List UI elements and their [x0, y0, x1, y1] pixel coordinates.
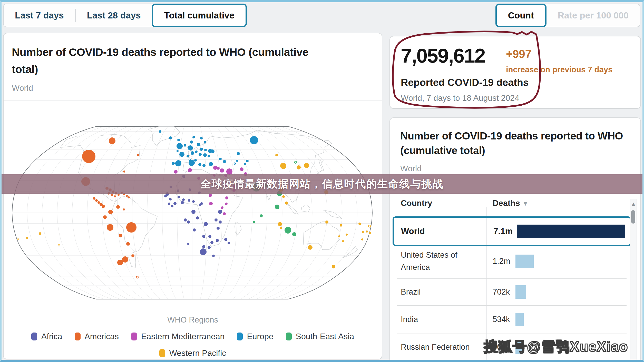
country-bubble-eur[interactable]: [198, 163, 201, 166]
country-bubble-afr[interactable]: [173, 202, 177, 205]
country-bubble-amr[interactable]: [123, 170, 125, 173]
country-bubble-sea[interactable]: [253, 221, 255, 223]
country-bubble-afr[interactable]: [204, 222, 208, 226]
country-bubble-eur[interactable]: [194, 159, 197, 162]
country-bubble-eur[interactable]: [219, 158, 222, 160]
country-bubble-afr[interactable]: [193, 228, 196, 232]
country-bubble-amr[interactable]: [93, 197, 95, 200]
country-bubble-wpr[interactable]: [362, 231, 364, 233]
country-bubble-amr[interactable]: [128, 196, 130, 198]
country-bubble-afr[interactable]: [168, 203, 170, 205]
country-bubble-wpr[interactable]: [304, 163, 309, 168]
country-bubble-wpr[interactable]: [275, 154, 278, 156]
country-bubble-eur[interactable]: [179, 152, 184, 157]
country-bubble-afr[interactable]: [217, 227, 220, 230]
country-bubble-amr[interactable]: [126, 242, 130, 246]
country-bubble-afr[interactable]: [191, 210, 196, 214]
country-bubble-eur[interactable]: [192, 136, 195, 138]
country-bubble-afr[interactable]: [192, 200, 195, 203]
country-bubble-eur[interactable]: [211, 149, 214, 153]
country-bubble-eur[interactable]: [203, 153, 207, 157]
country-bubble-afr[interactable]: [171, 205, 173, 207]
country-bubble-wpr[interactable]: [358, 223, 361, 225]
country-bubble-afr[interactable]: [169, 198, 172, 200]
country-bubble-emr[interactable]: [220, 168, 224, 173]
country-bubble-amr[interactable]: [136, 276, 138, 278]
country-bubble-amr[interactable]: [116, 205, 120, 209]
country-bubble-wpr[interactable]: [368, 225, 370, 227]
legend-item-europe[interactable]: Europe: [237, 332, 273, 341]
column-header-country[interactable]: Country: [401, 198, 432, 208]
country-bubble-amr[interactable]: [118, 194, 120, 196]
country-bubble-eur[interactable]: [250, 136, 258, 144]
scrollbar-thumb[interactable]: [631, 210, 635, 224]
country-bubble-eur[interactable]: [200, 137, 203, 139]
country-bubble-afr[interactable]: [224, 238, 227, 241]
legend-item-eastern-mediterranean[interactable]: Eastern Mediterranean: [131, 332, 225, 341]
country-bubble-eur[interactable]: [244, 163, 246, 165]
country-bubble-amr[interactable]: [119, 234, 122, 237]
country-bubble-afr[interactable]: [164, 195, 167, 197]
country-bubble-eur[interactable]: [209, 162, 213, 166]
country-bubble-amr[interactable]: [95, 199, 98, 202]
country-bubble-emr[interactable]: [209, 202, 213, 205]
table-row-brazil[interactable]: Brazil702k: [390, 278, 631, 305]
country-bubble-wpr[interactable]: [369, 232, 371, 234]
country-bubble-wpr[interactable]: [340, 224, 342, 227]
country-bubble-afr[interactable]: [216, 239, 219, 242]
tab-last-28-days[interactable]: Last 28 days: [76, 4, 152, 27]
country-bubble-afr[interactable]: [188, 199, 190, 202]
country-bubble-afr[interactable]: [214, 218, 218, 222]
country-bubble-wpr[interactable]: [280, 227, 282, 229]
country-bubble-wpr[interactable]: [297, 165, 301, 169]
country-bubble-emr[interactable]: [188, 168, 192, 172]
country-bubble-wpr[interactable]: [338, 235, 340, 237]
country-bubble-emr[interactable]: [223, 212, 226, 215]
country-bubble-eur[interactable]: [202, 164, 206, 167]
country-bubble-emr[interactable]: [221, 206, 223, 209]
country-bubble-eur[interactable]: [234, 163, 236, 164]
legend-item-western-pacific[interactable]: Western Pacific: [159, 348, 226, 358]
country-bubble-amr[interactable]: [107, 224, 113, 231]
country-bubble-eur[interactable]: [159, 130, 161, 133]
country-bubble-eur[interactable]: [200, 148, 203, 151]
country-bubble-wpr[interactable]: [285, 202, 288, 205]
country-bubble-amr[interactable]: [114, 195, 116, 197]
country-bubble-afr[interactable]: [208, 246, 211, 249]
country-bubble-afr[interactable]: [202, 245, 205, 248]
country-bubble-eur[interactable]: [204, 149, 207, 151]
country-bubble-afr[interactable]: [202, 235, 205, 238]
country-bubble-eur[interactable]: [177, 150, 179, 152]
country-bubble-afr[interactable]: [184, 218, 187, 222]
country-bubble-sea[interactable]: [275, 205, 279, 209]
country-bubble-amr[interactable]: [123, 208, 125, 210]
legend-item-south-east-asia[interactable]: South-East Asia: [286, 332, 354, 341]
country-bubble-eur[interactable]: [177, 143, 183, 149]
world-bubble-map[interactable]: [8, 124, 378, 303]
country-bubble-eur[interactable]: [187, 155, 189, 157]
country-bubble-eur[interactable]: [190, 140, 193, 144]
country-bubble-afr[interactable]: [182, 198, 185, 201]
country-bubble-eur[interactable]: [189, 159, 190, 160]
country-bubble-wpr[interactable]: [282, 195, 285, 198]
country-bubble-wpr[interactable]: [278, 222, 282, 226]
table-row-india[interactable]: India534k: [390, 305, 631, 334]
country-bubble-wpr[interactable]: [58, 244, 60, 246]
country-bubble-emr[interactable]: [225, 203, 228, 205]
tab-total-cumulative[interactable]: Total cumulative: [152, 4, 247, 27]
country-bubble-eur[interactable]: [191, 151, 194, 155]
country-bubble-amr[interactable]: [126, 222, 136, 233]
country-bubble-wpr[interactable]: [325, 220, 328, 224]
legend-item-americas[interactable]: Americas: [75, 332, 119, 341]
country-bubble-amr[interactable]: [122, 256, 128, 263]
country-bubble-eur[interactable]: [236, 160, 238, 162]
country-bubble-eur[interactable]: [169, 136, 172, 139]
country-bubble-eur[interactable]: [188, 145, 193, 150]
country-bubble-emr[interactable]: [209, 194, 212, 197]
country-bubble-emr[interactable]: [240, 167, 243, 171]
country-bubble-amr[interactable]: [131, 254, 134, 257]
country-bubble-amr[interactable]: [109, 137, 115, 144]
country-bubble-amr[interactable]: [102, 205, 105, 208]
scrollbar-up-icon[interactable]: ▲: [630, 200, 637, 208]
country-bubble-wpr[interactable]: [332, 265, 335, 268]
